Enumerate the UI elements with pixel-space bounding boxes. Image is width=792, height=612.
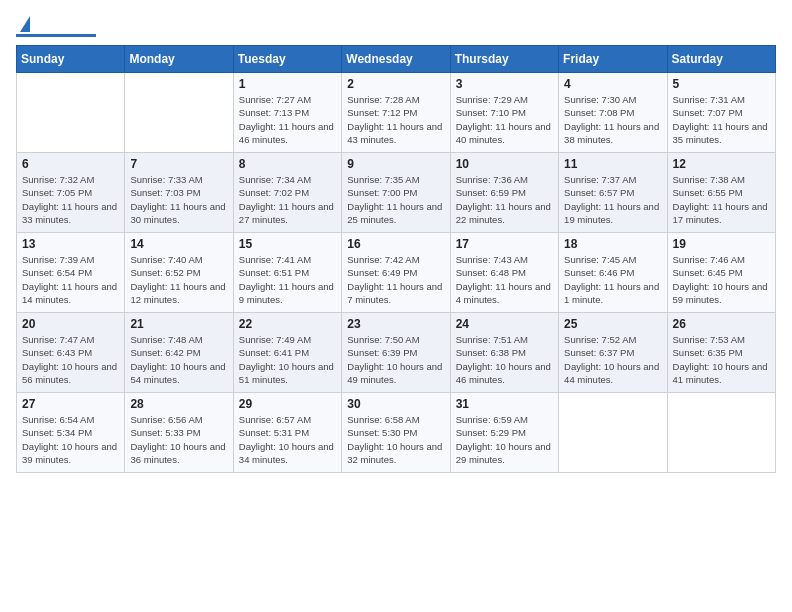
day-info: Sunrise: 7:27 AM Sunset: 7:13 PM Dayligh… — [239, 93, 336, 146]
calendar-cell: 12Sunrise: 7:38 AM Sunset: 6:55 PM Dayli… — [667, 153, 775, 233]
day-info: Sunrise: 7:53 AM Sunset: 6:35 PM Dayligh… — [673, 333, 770, 386]
day-number: 16 — [347, 237, 444, 251]
week-row-4: 27Sunrise: 6:54 AM Sunset: 5:34 PM Dayli… — [17, 393, 776, 473]
calendar-cell: 30Sunrise: 6:58 AM Sunset: 5:30 PM Dayli… — [342, 393, 450, 473]
calendar-cell: 25Sunrise: 7:52 AM Sunset: 6:37 PM Dayli… — [559, 313, 667, 393]
calendar-cell: 17Sunrise: 7:43 AM Sunset: 6:48 PM Dayli… — [450, 233, 558, 313]
calendar-cell: 1Sunrise: 7:27 AM Sunset: 7:13 PM Daylig… — [233, 73, 341, 153]
calendar-cell — [667, 393, 775, 473]
header-sunday: Sunday — [17, 46, 125, 73]
header-saturday: Saturday — [667, 46, 775, 73]
day-info: Sunrise: 7:50 AM Sunset: 6:39 PM Dayligh… — [347, 333, 444, 386]
day-info: Sunrise: 7:29 AM Sunset: 7:10 PM Dayligh… — [456, 93, 553, 146]
calendar-cell: 8Sunrise: 7:34 AM Sunset: 7:02 PM Daylig… — [233, 153, 341, 233]
calendar-cell: 26Sunrise: 7:53 AM Sunset: 6:35 PM Dayli… — [667, 313, 775, 393]
day-number: 24 — [456, 317, 553, 331]
day-info: Sunrise: 7:48 AM Sunset: 6:42 PM Dayligh… — [130, 333, 227, 386]
calendar-cell: 11Sunrise: 7:37 AM Sunset: 6:57 PM Dayli… — [559, 153, 667, 233]
logo-underline — [16, 34, 96, 37]
day-number: 6 — [22, 157, 119, 171]
week-row-0: 1Sunrise: 7:27 AM Sunset: 7:13 PM Daylig… — [17, 73, 776, 153]
day-number: 8 — [239, 157, 336, 171]
page-header — [16, 16, 776, 37]
calendar-cell: 9Sunrise: 7:35 AM Sunset: 7:00 PM Daylig… — [342, 153, 450, 233]
day-info: Sunrise: 7:28 AM Sunset: 7:12 PM Dayligh… — [347, 93, 444, 146]
day-number: 26 — [673, 317, 770, 331]
day-info: Sunrise: 7:47 AM Sunset: 6:43 PM Dayligh… — [22, 333, 119, 386]
calendar-cell: 24Sunrise: 7:51 AM Sunset: 6:38 PM Dayli… — [450, 313, 558, 393]
calendar-cell — [17, 73, 125, 153]
calendar-cell: 2Sunrise: 7:28 AM Sunset: 7:12 PM Daylig… — [342, 73, 450, 153]
day-number: 18 — [564, 237, 661, 251]
day-info: Sunrise: 6:57 AM Sunset: 5:31 PM Dayligh… — [239, 413, 336, 466]
header-thursday: Thursday — [450, 46, 558, 73]
calendar-cell: 14Sunrise: 7:40 AM Sunset: 6:52 PM Dayli… — [125, 233, 233, 313]
day-number: 14 — [130, 237, 227, 251]
calendar-cell: 10Sunrise: 7:36 AM Sunset: 6:59 PM Dayli… — [450, 153, 558, 233]
calendar-cell: 13Sunrise: 7:39 AM Sunset: 6:54 PM Dayli… — [17, 233, 125, 313]
day-number: 3 — [456, 77, 553, 91]
calendar-cell: 15Sunrise: 7:41 AM Sunset: 6:51 PM Dayli… — [233, 233, 341, 313]
day-number: 2 — [347, 77, 444, 91]
day-info: Sunrise: 7:45 AM Sunset: 6:46 PM Dayligh… — [564, 253, 661, 306]
logo-arrow-icon — [20, 16, 30, 32]
calendar-cell: 19Sunrise: 7:46 AM Sunset: 6:45 PM Dayli… — [667, 233, 775, 313]
day-number: 22 — [239, 317, 336, 331]
day-number: 25 — [564, 317, 661, 331]
day-number: 5 — [673, 77, 770, 91]
day-number: 29 — [239, 397, 336, 411]
header-tuesday: Tuesday — [233, 46, 341, 73]
day-number: 9 — [347, 157, 444, 171]
logo — [16, 16, 96, 37]
day-number: 7 — [130, 157, 227, 171]
day-info: Sunrise: 7:36 AM Sunset: 6:59 PM Dayligh… — [456, 173, 553, 226]
calendar-cell — [559, 393, 667, 473]
calendar-cell: 21Sunrise: 7:48 AM Sunset: 6:42 PM Dayli… — [125, 313, 233, 393]
calendar-cell — [125, 73, 233, 153]
day-number: 10 — [456, 157, 553, 171]
day-number: 1 — [239, 77, 336, 91]
day-info: Sunrise: 7:40 AM Sunset: 6:52 PM Dayligh… — [130, 253, 227, 306]
day-number: 20 — [22, 317, 119, 331]
day-info: Sunrise: 7:31 AM Sunset: 7:07 PM Dayligh… — [673, 93, 770, 146]
day-number: 30 — [347, 397, 444, 411]
day-info: Sunrise: 7:41 AM Sunset: 6:51 PM Dayligh… — [239, 253, 336, 306]
day-number: 31 — [456, 397, 553, 411]
day-info: Sunrise: 6:56 AM Sunset: 5:33 PM Dayligh… — [130, 413, 227, 466]
day-number: 28 — [130, 397, 227, 411]
day-info: Sunrise: 7:33 AM Sunset: 7:03 PM Dayligh… — [130, 173, 227, 226]
day-number: 11 — [564, 157, 661, 171]
day-info: Sunrise: 7:39 AM Sunset: 6:54 PM Dayligh… — [22, 253, 119, 306]
calendar-cell: 29Sunrise: 6:57 AM Sunset: 5:31 PM Dayli… — [233, 393, 341, 473]
day-info: Sunrise: 6:58 AM Sunset: 5:30 PM Dayligh… — [347, 413, 444, 466]
calendar-cell: 7Sunrise: 7:33 AM Sunset: 7:03 PM Daylig… — [125, 153, 233, 233]
day-info: Sunrise: 7:51 AM Sunset: 6:38 PM Dayligh… — [456, 333, 553, 386]
day-info: Sunrise: 7:32 AM Sunset: 7:05 PM Dayligh… — [22, 173, 119, 226]
calendar-cell: 16Sunrise: 7:42 AM Sunset: 6:49 PM Dayli… — [342, 233, 450, 313]
day-info: Sunrise: 6:54 AM Sunset: 5:34 PM Dayligh… — [22, 413, 119, 466]
calendar-cell: 31Sunrise: 6:59 AM Sunset: 5:29 PM Dayli… — [450, 393, 558, 473]
calendar-table: SundayMondayTuesdayWednesdayThursdayFrid… — [16, 45, 776, 473]
header-monday: Monday — [125, 46, 233, 73]
day-number: 13 — [22, 237, 119, 251]
calendar-cell: 3Sunrise: 7:29 AM Sunset: 7:10 PM Daylig… — [450, 73, 558, 153]
day-info: Sunrise: 7:46 AM Sunset: 6:45 PM Dayligh… — [673, 253, 770, 306]
day-info: Sunrise: 7:34 AM Sunset: 7:02 PM Dayligh… — [239, 173, 336, 226]
day-info: Sunrise: 7:30 AM Sunset: 7:08 PM Dayligh… — [564, 93, 661, 146]
calendar-cell: 5Sunrise: 7:31 AM Sunset: 7:07 PM Daylig… — [667, 73, 775, 153]
day-number: 4 — [564, 77, 661, 91]
header-friday: Friday — [559, 46, 667, 73]
day-number: 15 — [239, 237, 336, 251]
week-row-3: 20Sunrise: 7:47 AM Sunset: 6:43 PM Dayli… — [17, 313, 776, 393]
day-number: 17 — [456, 237, 553, 251]
day-number: 27 — [22, 397, 119, 411]
day-info: Sunrise: 7:49 AM Sunset: 6:41 PM Dayligh… — [239, 333, 336, 386]
day-info: Sunrise: 7:52 AM Sunset: 6:37 PM Dayligh… — [564, 333, 661, 386]
day-number: 19 — [673, 237, 770, 251]
day-number: 23 — [347, 317, 444, 331]
calendar-cell: 23Sunrise: 7:50 AM Sunset: 6:39 PM Dayli… — [342, 313, 450, 393]
calendar-cell: 4Sunrise: 7:30 AM Sunset: 7:08 PM Daylig… — [559, 73, 667, 153]
header-wednesday: Wednesday — [342, 46, 450, 73]
calendar-cell: 20Sunrise: 7:47 AM Sunset: 6:43 PM Dayli… — [17, 313, 125, 393]
day-info: Sunrise: 7:43 AM Sunset: 6:48 PM Dayligh… — [456, 253, 553, 306]
